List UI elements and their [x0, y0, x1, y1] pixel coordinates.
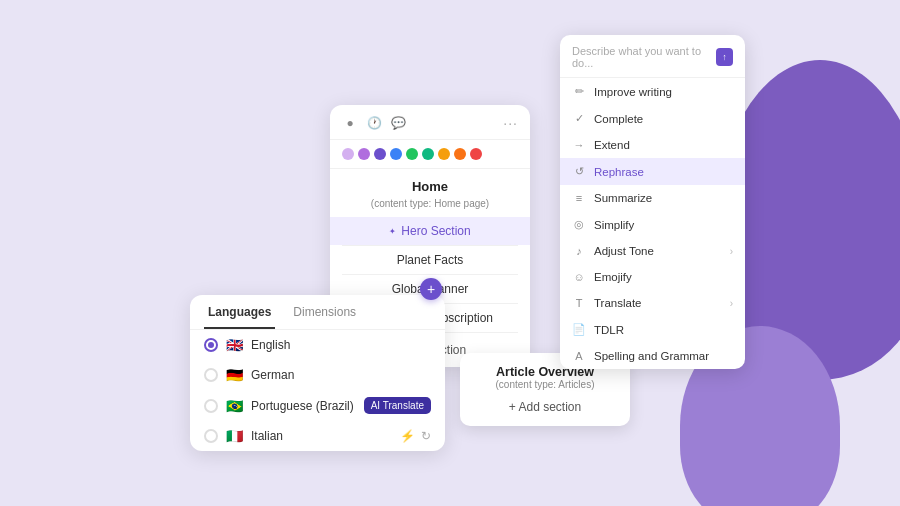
- lang-radio-italian[interactable]: [204, 429, 218, 443]
- ai-item-summarize[interactable]: ≡ Summarize: [560, 185, 745, 211]
- color-dot-7[interactable]: [438, 148, 450, 160]
- spelling-icon: A: [572, 350, 586, 362]
- ai-item-tone-label: Adjust Tone: [594, 245, 654, 257]
- color-dot-5[interactable]: [406, 148, 418, 160]
- rephrase-icon: ↺: [572, 165, 586, 178]
- emojify-icon: ☺: [572, 271, 586, 283]
- ai-item-complete[interactable]: ✓ Complete: [560, 105, 745, 132]
- card-subtitle: (content type: Home page): [330, 198, 530, 217]
- lang-name-english: English: [251, 338, 431, 352]
- lang-tools-italian: ⚡ ↻: [400, 429, 431, 443]
- more-dots[interactable]: ···: [503, 115, 518, 131]
- ai-item-translate[interactable]: T Translate ›: [560, 290, 745, 316]
- tdlr-icon: 📄: [572, 323, 586, 336]
- color-dot-3[interactable]: [374, 148, 386, 160]
- languages-card: Languages Dimensions 🇬🇧 English 🇩🇪 Germa…: [190, 295, 445, 451]
- ai-item-complete-label: Complete: [594, 113, 643, 125]
- flag-english: 🇬🇧: [226, 337, 243, 353]
- tab-dimensions[interactable]: Dimensions: [289, 305, 360, 329]
- ai-item-extend-label: Extend: [594, 139, 630, 151]
- translate-icon: T: [572, 297, 586, 309]
- complete-icon: ✓: [572, 112, 586, 125]
- clock-icon[interactable]: 🕐: [366, 115, 382, 131]
- ai-item-rephrase-label: Rephrase: [594, 166, 644, 178]
- ai-item-spelling-label: Spelling and Grammar: [594, 350, 709, 362]
- lang-name-italian: Italian: [251, 429, 392, 443]
- tab-languages[interactable]: Languages: [204, 305, 275, 329]
- ai-item-spelling[interactable]: A Spelling and Grammar: [560, 343, 745, 369]
- color-dot-1[interactable]: [342, 148, 354, 160]
- color-dot-2[interactable]: [358, 148, 370, 160]
- ai-item-tdlr-label: TDLR: [594, 324, 624, 336]
- lang-radio-portuguese[interactable]: [204, 399, 218, 413]
- flag-italian: 🇮🇹: [226, 428, 243, 444]
- card-title: Home: [330, 169, 530, 198]
- color-dot-4[interactable]: [390, 148, 402, 160]
- ai-panel: Describe what you want to do... ↑ ✏ Impr…: [560, 35, 745, 369]
- chat-icon[interactable]: 💬: [390, 115, 406, 131]
- section-hero[interactable]: Hero Section: [330, 217, 530, 245]
- color-dot-8[interactable]: [454, 148, 466, 160]
- ai-placeholder: Describe what you want to do...: [572, 45, 716, 69]
- lang-radio-english[interactable]: [204, 338, 218, 352]
- tone-icon: ♪: [572, 245, 586, 257]
- ai-item-summarize-label: Summarize: [594, 192, 652, 204]
- ai-item-simplify[interactable]: ◎ Simplify: [560, 211, 745, 238]
- ai-item-improve-label: Improve writing: [594, 86, 672, 98]
- flag-german: 🇩🇪: [226, 367, 243, 383]
- add-section-plus-button[interactable]: +: [420, 278, 442, 300]
- ai-item-emojify-label: Emojify: [594, 271, 632, 283]
- ai-item-tdlr[interactable]: 📄 TDLR: [560, 316, 745, 343]
- extend-icon: →: [572, 139, 586, 151]
- lang-row-english[interactable]: 🇬🇧 English: [190, 330, 445, 360]
- tool-magic-icon[interactable]: ⚡: [400, 429, 415, 443]
- improve-icon: ✏: [572, 85, 586, 98]
- color-dot-6[interactable]: [422, 148, 434, 160]
- translate-arrow: ›: [730, 298, 733, 309]
- lang-row-german[interactable]: 🇩🇪 German: [190, 360, 445, 390]
- tone-arrow: ›: [730, 246, 733, 257]
- summarize-icon: ≡: [572, 192, 586, 204]
- ai-submit-button[interactable]: ↑: [716, 48, 733, 66]
- circle-icon[interactable]: ●: [342, 115, 358, 131]
- ai-item-tone[interactable]: ♪ Adjust Tone ›: [560, 238, 745, 264]
- toolbar: ● 🕐 💬 ···: [330, 105, 530, 140]
- lang-radio-german[interactable]: [204, 368, 218, 382]
- ai-translate-badge[interactable]: AI Translate: [364, 397, 431, 414]
- ai-item-rephrase[interactable]: ↺ Rephrase: [560, 158, 745, 185]
- color-dot-9[interactable]: [470, 148, 482, 160]
- lang-name-german: German: [251, 368, 431, 382]
- ai-item-translate-label: Translate: [594, 297, 642, 309]
- ai-item-emojify[interactable]: ☺ Emojify: [560, 264, 745, 290]
- flag-portuguese: 🇧🇷: [226, 398, 243, 414]
- section-planet[interactable]: Planet Facts: [330, 246, 530, 274]
- ai-item-extend[interactable]: → Extend: [560, 132, 745, 158]
- lang-name-portuguese: Portuguese (Brazil): [251, 399, 356, 413]
- ai-item-improve[interactable]: ✏ Improve writing: [560, 78, 745, 105]
- article-card-subtitle: (content type: Articles): [474, 379, 616, 390]
- simplify-icon: ◎: [572, 218, 586, 231]
- tool-refresh-icon[interactable]: ↻: [421, 429, 431, 443]
- color-palette: [330, 140, 530, 169]
- ai-item-simplify-label: Simplify: [594, 219, 634, 231]
- lang-row-portuguese[interactable]: 🇧🇷 Portuguese (Brazil) AI Translate: [190, 390, 445, 421]
- article-add-section-button[interactable]: + Add section: [474, 400, 616, 414]
- ai-panel-header: Describe what you want to do... ↑: [560, 35, 745, 78]
- lang-row-italian[interactable]: 🇮🇹 Italian ⚡ ↻: [190, 421, 445, 451]
- lang-tabs: Languages Dimensions: [190, 295, 445, 330]
